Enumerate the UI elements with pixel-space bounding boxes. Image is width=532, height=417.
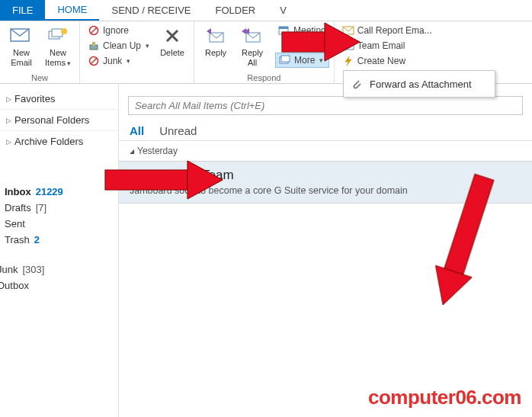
call-report-label: Call Report Ema... [357, 25, 432, 36]
more-icon [279, 54, 291, 66]
meeting-button[interactable]: Meeting [275, 24, 329, 37]
message-list-pane: Search All Mail Items (Ctrl+E) All Unrea… [119, 84, 532, 417]
create-new-quickstep[interactable]: Create New [339, 54, 435, 68]
folder-count: [303] [22, 264, 44, 275]
tab-file[interactable]: FILE [0, 0, 45, 21]
reply-button[interactable]: Reply [199, 24, 232, 59]
content-area: Favorites Personal Folders Archive Folde… [0, 84, 532, 417]
filter-bar: All Unread [119, 121, 532, 141]
folder-drafts[interactable]: Drafts[7] [3, 200, 115, 216]
ribbon-group-delete-label [85, 73, 189, 82]
folder-sent[interactable]: Sent [3, 216, 115, 232]
envelope-small-icon [342, 24, 354, 37]
lightning-icon [342, 55, 354, 67]
more-dropdown-menu: Forward as Attachment [343, 70, 495, 98]
delete-icon [160, 25, 184, 47]
svg-rect-15 [279, 27, 288, 29]
folder-trash[interactable]: Trash2 [3, 232, 115, 248]
new-items-button[interactable]: New Items [41, 24, 75, 69]
new-email-label: New Email [11, 48, 32, 67]
date-group-yesterday[interactable]: Yesterday [119, 141, 532, 161]
favorites-label: Favorites [14, 93, 55, 104]
ribbon-group-delete: Ignore Clean Up Junk Delete [80, 21, 194, 83]
svg-line-5 [91, 27, 97, 34]
forward-as-attachment-label: Forward as Attachment [370, 79, 472, 90]
cleanup-button[interactable]: Clean Up [85, 39, 152, 53]
svg-line-9 [91, 58, 97, 64]
delete-label: Delete [160, 48, 184, 58]
reply-all-label: Reply All [242, 48, 263, 67]
new-items-label: New Items [45, 48, 71, 67]
svg-rect-17 [281, 56, 290, 62]
message-preview: Jamboard soon to become a core G Suite s… [130, 184, 521, 197]
folder-name: Inbox [5, 186, 31, 197]
message-item[interactable]: The G Suite Team Jamboard soon to become… [119, 161, 532, 204]
meeting-icon [278, 24, 290, 37]
new-email-button[interactable]: New Email [5, 24, 38, 69]
ribbon-group-respond: Reply Reply All Meeting More Respond [194, 21, 335, 83]
filter-unread[interactable]: Unread [159, 124, 197, 137]
junk-button[interactable]: Junk [85, 54, 152, 68]
folder-name: Outbox [0, 280, 29, 291]
envelope-icon [9, 25, 34, 47]
delete-button[interactable]: Delete [155, 24, 189, 59]
folder-name: Sent [5, 218, 25, 229]
sidebar-favorites[interactable]: Favorites [0, 88, 118, 110]
ignore-label: Ignore [103, 25, 129, 36]
reply-all-icon [240, 25, 264, 47]
ribbon-group-new-label: New [5, 73, 75, 82]
ignore-button[interactable]: Ignore [85, 24, 152, 37]
more-label: More [294, 55, 315, 66]
cleanup-label: Clean Up [103, 40, 141, 51]
folder-count: 21229 [36, 186, 63, 197]
team-email-quickstep[interactable]: Team Email [339, 39, 435, 53]
more-button[interactable]: More [275, 53, 329, 68]
archive-label: Archive Folders [14, 136, 83, 147]
meeting-label: Meeting [293, 25, 326, 36]
folder-inbox[interactable]: Inbox21229 [3, 184, 115, 200]
attachment-icon [350, 77, 364, 91]
envelope-small-icon [342, 40, 354, 52]
folder-name: Junk [0, 264, 18, 275]
sidebar-archive-folders[interactable]: Archive Folders [0, 131, 118, 152]
ribbon-group-new: New Email New Items New [0, 21, 80, 83]
reply-label: Reply [205, 48, 226, 58]
team-email-label: Team Email [357, 40, 405, 51]
message-from: The G Suite Team [130, 168, 521, 183]
folder-count: 2 [34, 234, 40, 245]
folder-list: Inbox21229 Drafts[7] Sent Trash2 Junk[30… [0, 182, 118, 295]
date-group-label: Yesterday [137, 146, 178, 156]
folder-junk[interactable]: Junk[303] [0, 261, 115, 277]
tab-view[interactable]: V [268, 0, 299, 21]
junk-icon [88, 55, 100, 67]
junk-label: Junk [103, 56, 122, 66]
reply-all-button[interactable]: Reply All [236, 24, 269, 69]
watermark: computer06.com [368, 386, 521, 409]
forward-as-attachment-item[interactable]: Forward as Attachment [344, 74, 495, 94]
cleanup-icon [88, 40, 100, 52]
folder-count: [7] [36, 202, 46, 213]
folder-sidebar: Favorites Personal Folders Archive Folde… [0, 84, 119, 417]
tab-home[interactable]: HOME [45, 0, 99, 21]
create-new-label: Create New [357, 56, 405, 66]
ignore-icon [88, 24, 100, 37]
personal-label: Personal Folders [14, 114, 89, 126]
new-items-icon [46, 25, 70, 47]
search-input[interactable]: Search All Mail Items (Ctrl+E) [128, 96, 523, 115]
reply-icon [204, 25, 228, 47]
folder-name: Trash [5, 234, 30, 245]
tab-send-receive[interactable]: SEND / RECEIVE [99, 0, 203, 21]
folder-outbox[interactable]: Outbox [0, 277, 115, 294]
svg-rect-2 [52, 29, 62, 37]
tab-bar: FILE HOME SEND / RECEIVE FOLDER V [0, 0, 532, 21]
filter-all[interactable]: All [130, 124, 144, 137]
svg-rect-7 [92, 42, 95, 46]
sidebar-personal-folders[interactable]: Personal Folders [0, 110, 118, 131]
folder-name: Drafts [5, 202, 31, 213]
svg-point-3 [61, 28, 67, 34]
ribbon-group-respond-label: Respond [199, 73, 329, 82]
tab-folder[interactable]: FOLDER [204, 0, 268, 21]
call-report-quickstep[interactable]: Call Report Ema... [339, 24, 435, 37]
